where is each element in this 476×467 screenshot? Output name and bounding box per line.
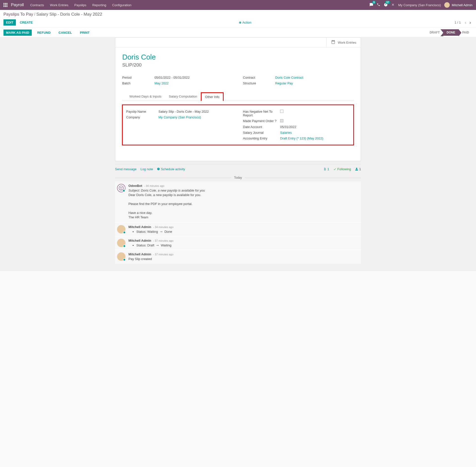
cancel-button[interactable]: CANCEL <box>56 30 74 36</box>
tracking-changes: Status: Waiting ➞ Done <box>136 230 359 234</box>
activities-badge: 37 <box>385 1 390 4</box>
messaging-icon[interactable]: 9 <box>369 3 373 7</box>
message: Mitchell Admin - 37 minutes ago Status: … <box>115 236 361 250</box>
avatar-user-icon <box>117 239 125 247</box>
nav-configuration[interactable]: Configuration <box>112 3 131 7</box>
date-account-value: 05/31/2022 <box>280 125 350 129</box>
debug-icon[interactable] <box>391 3 395 7</box>
payslip-name-label: Payslip Name <box>126 110 158 113</box>
period-value: 05/01/2022 - 05/31/2022 <box>154 76 233 79</box>
tracking-old: Waiting <box>147 230 158 234</box>
highlight-box: Payslip Name Salary Slip - Doris Cole - … <box>122 104 354 145</box>
pager[interactable]: 1 / 1 <box>454 21 461 24</box>
avatar-user-icon <box>117 225 125 234</box>
paperclip-icon <box>323 167 327 171</box>
tab-pane-other-info: Payslip Name Salary Slip - Doris Cole - … <box>122 101 354 155</box>
message-line: Have a nice day, <box>128 211 359 215</box>
message: OdooBot - 34 minutes ago Subject: Doris … <box>115 181 361 223</box>
work-entries-label: Work Entries <box>338 41 356 44</box>
edit-button[interactable]: EDIT <box>3 19 16 26</box>
user-avatar-icon <box>444 2 450 8</box>
tab-salary-computation[interactable]: Salary Computation <box>165 92 201 101</box>
print-button[interactable]: PRINT <box>77 30 92 36</box>
send-message-button[interactable]: Send message <box>115 167 137 171</box>
neg-net-checkbox[interactable] <box>280 110 283 113</box>
clock-icon <box>157 167 160 170</box>
neg-net-label: Has Negative Net To Report <box>243 110 280 117</box>
accounting-entry-link[interactable]: Draft Entry (* 123) (May 2022) <box>280 136 323 140</box>
tracking-new: Waiting <box>161 243 172 247</box>
nav-links: Contracts Work Entries Payslips Reportin… <box>30 3 131 7</box>
date-separator-label: Today <box>231 176 245 179</box>
tracking-field: Status: <box>136 243 146 247</box>
apps-icon[interactable] <box>3 3 7 7</box>
user-icon <box>355 167 358 171</box>
tab-other-info[interactable]: Other Info <box>201 92 224 101</box>
action-label: Action <box>242 21 251 24</box>
company-switcher[interactable]: My Company (San Francisco) <box>398 3 441 7</box>
payment-order-label: Made Payment Order ? <box>243 119 280 123</box>
user-menu[interactable]: Mitchell Admin <box>444 2 473 8</box>
tab-worked-days[interactable]: Worked Days & Inputs <box>126 92 165 101</box>
message-author[interactable]: OdooBot <box>128 184 142 188</box>
date-separator: Today <box>115 176 361 179</box>
action-menu[interactable]: Action <box>238 21 251 24</box>
message-time: - 37 minutes ago <box>153 239 174 242</box>
tracking-changes: Status: Draft ➞ Waiting <box>136 243 359 247</box>
followers-count: 1 <box>359 167 361 171</box>
breadcrumb-sep: / <box>34 12 35 17</box>
arrow-right-icon: ➞ <box>156 243 159 247</box>
message-time: - 34 minutes ago <box>144 184 164 187</box>
chatter: Send message Log note Schedule activity … <box>115 164 361 264</box>
contract-label: Contract <box>243 76 275 79</box>
top-nav: Payroll Contracts Work Entries Payslips … <box>0 0 476 10</box>
nav-reporting[interactable]: Reporting <box>92 3 106 7</box>
schedule-activity-button[interactable]: Schedule activity <box>157 167 185 171</box>
svg-point-2 <box>122 187 122 188</box>
log-note-button[interactable]: Log note <box>141 167 153 171</box>
control-panel: Payslips To Pay / Salary Slip - Doris Co… <box>0 10 476 28</box>
pager-prev-icon[interactable]: ‹ <box>463 20 468 25</box>
calendar-icon <box>331 40 335 45</box>
message-line: Dear Doris Cole, a new payslip is availa… <box>128 193 359 197</box>
create-button[interactable]: CREATE <box>17 19 35 26</box>
refund-button[interactable]: REFUND <box>35 30 53 36</box>
status-steps: DRAFT DONE PAID <box>426 29 473 36</box>
date-account-label: Date Account <box>243 125 280 129</box>
status-step-done[interactable]: DONE <box>443 29 459 36</box>
structure-label: Structure <box>243 81 275 85</box>
pager-next-icon[interactable]: › <box>468 20 473 25</box>
attachments-button[interactable]: 1 <box>323 167 329 171</box>
tracking-new: Done <box>164 230 172 234</box>
check-icon <box>333 167 336 171</box>
message-author[interactable]: Mitchell Admin <box>128 252 151 256</box>
status-step-paid[interactable]: PAID <box>459 29 473 36</box>
batch-link[interactable]: May 2022 <box>154 81 169 85</box>
journal-link[interactable]: Salaries <box>280 131 292 134</box>
message-content: Pay Slip created <box>128 257 359 261</box>
structure-link[interactable]: Regular Pay <box>275 81 293 85</box>
payment-order-checkbox <box>280 119 283 122</box>
company-label: Company <box>126 115 158 119</box>
breadcrumb-back[interactable]: Payslips To Pay <box>3 12 33 17</box>
followers-button[interactable]: 1 <box>355 167 361 171</box>
mark-as-paid-button[interactable]: MARK AS PAID <box>3 30 32 36</box>
form-sheet: Work Entries Doris Cole SLIP/200 Period … <box>115 37 361 161</box>
contract-link[interactable]: Doris Cole Contract <box>275 76 303 79</box>
app-brand[interactable]: Payroll <box>11 2 24 7</box>
message-author[interactable]: Mitchell Admin <box>128 239 151 242</box>
following-button[interactable]: Following <box>333 167 351 171</box>
nav-payslips[interactable]: Payslips <box>74 3 86 7</box>
nav-work-entries[interactable]: Work Entries <box>50 3 68 7</box>
tabs: Worked Days & Inputs Salary Computation … <box>122 92 354 101</box>
journal-label: Salary Journal <box>243 131 280 134</box>
nav-right: 9 37 My Company (San Francisco) Mitchell… <box>369 2 473 8</box>
company-link[interactable]: My Company (San Francisco) <box>158 115 201 119</box>
phone-icon[interactable] <box>377 3 380 7</box>
work-entries-stat-button[interactable]: Work Entries <box>326 38 361 47</box>
status-bar: MARK AS PAID REFUND CANCEL PRINT DRAFT D… <box>0 28 476 37</box>
activities-icon[interactable]: 37 <box>384 3 388 7</box>
slip-code: SLIP/200 <box>122 62 354 68</box>
message-author[interactable]: Mitchell Admin <box>128 225 151 229</box>
nav-contracts[interactable]: Contracts <box>30 3 44 7</box>
